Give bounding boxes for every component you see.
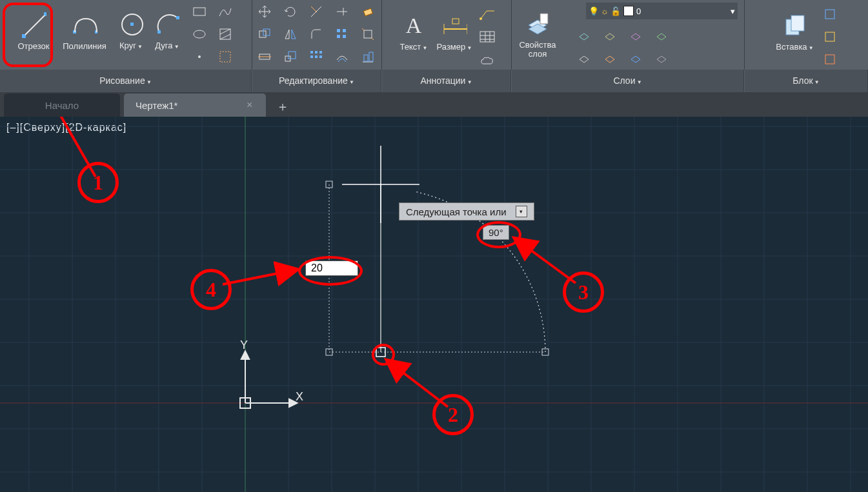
svg-rect-23 (337, 29, 340, 32)
explode-tool-button[interactable] (356, 25, 379, 44)
region-tool-button[interactable] (214, 47, 237, 67)
dynamic-length-input[interactable]: 20 (305, 261, 358, 276)
offset-tool-button[interactable] (330, 47, 354, 67)
tab-start-label: Начало (45, 100, 79, 111)
edit-block-button[interactable] (818, 27, 842, 47)
svg-rect-41 (364, 55, 368, 61)
svg-rect-57 (825, 32, 834, 41)
layer-isolate-button[interactable] (624, 47, 647, 67)
callout-number-2: 2 (432, 394, 474, 435)
array-tool-button[interactable] (330, 25, 354, 44)
svg-rect-9 (194, 8, 205, 15)
canvas-geometry: X Y (0, 117, 868, 492)
svg-line-17 (311, 6, 317, 12)
svg-rect-91 (240, 398, 250, 408)
layer-properties-button[interactable]: Свойства слоя (512, 3, 563, 67)
svg-rect-36 (319, 51, 322, 54)
fillet-tool-button[interactable] (305, 25, 328, 44)
svg-rect-15 (220, 52, 230, 62)
layer-off-button[interactable] (572, 25, 596, 44)
panel-block-title[interactable]: Блок (745, 70, 868, 92)
point-tool-button[interactable] (188, 47, 211, 67)
layer-combo[interactable]: 💡 ☼ 🔓 0 ▾ (586, 3, 738, 19)
circle-tool-label: Круг (119, 41, 143, 52)
layer-make-current-button[interactable] (650, 25, 673, 44)
svg-rect-27 (364, 30, 372, 38)
layer-lock-button[interactable] (624, 25, 647, 44)
cloud-tool-button[interactable] (476, 50, 499, 70)
svg-rect-37 (310, 55, 313, 58)
svg-rect-48 (480, 32, 494, 42)
drawing-canvas[interactable]: [–][Сверху][2D-каркас] X Y (0, 117, 868, 492)
rotate-tool-button[interactable] (279, 2, 302, 22)
erase-tool-button[interactable] (356, 2, 379, 22)
tab-drawing-1[interactable]: Чертеж1* × (124, 93, 266, 117)
panel-draw-title[interactable]: Рисование (0, 70, 252, 92)
arc-tool-button[interactable]: Дуга (149, 0, 185, 64)
svg-rect-24 (343, 29, 346, 32)
edit-attributes-button[interactable] (818, 50, 842, 70)
svg-rect-101 (326, 349, 332, 355)
dynamic-input-options-icon[interactable]: ▾ (516, 206, 527, 217)
layer-unisolate-button[interactable] (650, 47, 673, 67)
panel-layers-title[interactable]: Слои (512, 70, 744, 92)
chevron-down-icon: ▾ (731, 6, 735, 16)
viewport-controls-label[interactable]: [–][Сверху][2D-каркас] (6, 122, 126, 133)
lock-icon: 🔓 (611, 6, 621, 16)
svg-rect-35 (315, 51, 318, 54)
move-tool-button[interactable] (253, 2, 276, 22)
arrayrect-tool-button[interactable] (305, 47, 328, 67)
panel-modify-title[interactable]: Редактирование (252, 70, 381, 92)
leader-tool-button[interactable] (476, 5, 499, 25)
lightbulb-icon: 💡 (589, 6, 599, 16)
circle-icon (118, 12, 144, 37)
layer-freeze-button[interactable] (598, 25, 621, 44)
svg-rect-58 (825, 55, 834, 64)
ellipse-tool-button[interactable] (188, 25, 211, 44)
layer-current-name: 0 (636, 6, 641, 16)
svg-point-10 (194, 30, 205, 38)
svg-rect-20 (363, 8, 372, 16)
tab-drawing-1-label: Чертеж1* (136, 100, 177, 111)
line-tool-button[interactable]: Отрезок (11, 0, 56, 64)
new-tab-button[interactable]: ＋ (272, 96, 293, 117)
align-tool-button[interactable] (356, 47, 379, 67)
copy-tool-button[interactable] (253, 25, 276, 44)
polyline-icon (72, 12, 97, 38)
svg-rect-22 (263, 29, 270, 35)
extend-tool-button[interactable] (330, 2, 354, 22)
svg-line-12 (220, 29, 230, 34)
panel-layers: Свойства слоя 💡 ☼ 🔓 0 ▾ (512, 0, 745, 70)
document-tabbar: Начало Чертеж1* × ＋ (0, 92, 868, 117)
polyline-tool-button[interactable]: Полилиния (56, 0, 113, 64)
dimension-tool-button[interactable]: Размер (433, 1, 476, 65)
tab-start[interactable]: Начало (4, 93, 120, 117)
dynamic-angle-field[interactable]: 90° (483, 225, 509, 240)
layer-match-button[interactable] (572, 47, 596, 67)
svg-rect-39 (319, 55, 322, 58)
panel-block: Вставка Блок (745, 0, 868, 70)
text-tool-button[interactable]: A Текст (394, 1, 433, 65)
close-icon[interactable]: × (247, 99, 258, 111)
hatch-tool-button[interactable] (214, 25, 237, 44)
panel-draw: Отрезок Полилиния Круг (0, 0, 252, 70)
spline-tool-button[interactable] (214, 2, 237, 22)
table-tool-button[interactable] (476, 27, 499, 47)
stretch-tool-button[interactable] (253, 47, 276, 67)
layer-properties-icon (525, 11, 550, 37)
circle-tool-button[interactable]: Круг (113, 0, 149, 64)
trim-tool-button[interactable] (305, 2, 328, 22)
insert-block-button[interactable]: Вставка (772, 1, 818, 65)
layer-color-swatch (623, 6, 634, 16)
line-icon (21, 12, 46, 38)
scale-tool-button[interactable] (279, 47, 302, 67)
panel-annotation-title[interactable]: Аннотации (382, 70, 511, 92)
dynamic-input-tooltip: Следующая точка или ▾ (399, 202, 534, 221)
layer-previous-button[interactable] (598, 47, 621, 67)
svg-rect-46 (452, 19, 459, 24)
dynamic-input-tooltip-text: Следующая точка или (406, 206, 507, 217)
insert-block-label: Вставка (776, 43, 813, 53)
create-block-button[interactable] (818, 5, 842, 25)
mirror-tool-button[interactable] (279, 25, 302, 44)
rectangle-tool-button[interactable] (188, 2, 211, 22)
